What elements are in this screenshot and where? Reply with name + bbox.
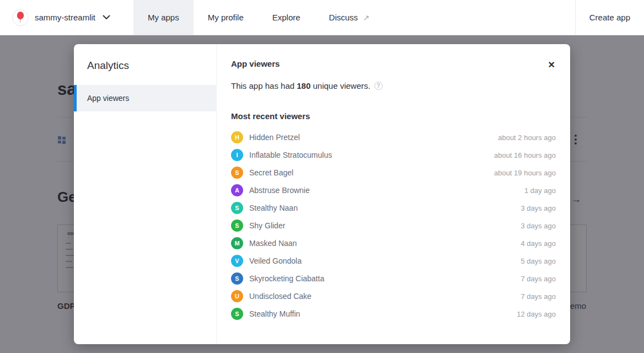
- viewer-name: Stealthy Naan: [249, 204, 298, 212]
- viewer-name: Shy Glider: [249, 221, 285, 230]
- viewer-timestamp: about 2 hours ago: [498, 133, 556, 142]
- avatar: V: [231, 255, 243, 267]
- avatar: S: [231, 220, 243, 232]
- viewer-name: Skyrocketing Ciabatta: [249, 274, 324, 283]
- viewer-timestamp: 4 days ago: [520, 239, 556, 248]
- chevron-down-icon: [103, 15, 110, 20]
- avatar: S: [231, 167, 243, 179]
- account-menu[interactable]: sammy-streamlit: [0, 0, 121, 35]
- viewer-row: S Stealthy Naan 3 days ago: [231, 199, 556, 217]
- viewer-name: Stealthy Muffin: [249, 309, 300, 318]
- avatar: I: [231, 149, 243, 161]
- close-icon[interactable]: ✕: [548, 61, 555, 69]
- avatar: M: [231, 237, 243, 249]
- app-viewers-panel: App viewers ✕ This app has had 180 uniqu…: [217, 44, 570, 344]
- viewer-row: H Hidden Pretzel about 2 hours ago: [231, 129, 556, 146]
- avatar: S: [231, 202, 243, 214]
- avatar: U: [231, 290, 243, 302]
- tab-label: Discuss: [329, 13, 358, 22]
- tab-discuss[interactable]: Discuss ↗: [315, 0, 384, 35]
- viewer-timestamp: 7 days ago: [520, 292, 556, 301]
- viewer-row: S Skyrocketing Ciabatta 7 days ago: [231, 270, 556, 287]
- viewer-timestamp: 12 days ago: [517, 310, 556, 318]
- viewer-timestamp: 3 days ago: [520, 222, 556, 230]
- viewer-timestamp: 1 day ago: [524, 186, 556, 195]
- streamlit-balloon-logo: [12, 9, 29, 26]
- unique-viewers-summary: This app has had 180 unique viewers. ?: [231, 81, 556, 90]
- sidebar-item-app-viewers[interactable]: App viewers: [74, 85, 216, 111]
- viewer-row: S Stealthy Muffin 12 days ago: [231, 305, 556, 323]
- nav-tabs: My apps My profile Explore Discuss ↗: [133, 0, 384, 35]
- viewer-name: Inflatable Stratocumulus: [249, 151, 332, 159]
- avatar: S: [231, 272, 243, 285]
- tab-my-apps[interactable]: My apps: [133, 0, 194, 35]
- viewer-row: M Masked Naan 4 days ago: [231, 234, 556, 252]
- viewer-timestamp: about 19 hours ago: [494, 169, 556, 177]
- viewer-row: V Veiled Gondola 5 days ago: [231, 252, 556, 270]
- viewer-timestamp: 3 days ago: [520, 204, 556, 212]
- viewer-row: S Shy Glider 3 days ago: [231, 217, 556, 234]
- analytics-sidebar: Analytics App viewers: [74, 44, 217, 344]
- avatar: S: [231, 308, 243, 320]
- viewer-name: Undisclosed Cake: [249, 292, 312, 301]
- balloon-icon: [16, 12, 25, 23]
- external-link-icon: ↗: [363, 13, 369, 22]
- analytics-modal: Analytics App viewers App viewers ✕ This…: [74, 44, 570, 344]
- viewer-timestamp: 7 days ago: [520, 275, 556, 283]
- viewer-name: Veiled Gondola: [249, 256, 302, 265]
- unique-viewer-count: 180: [297, 81, 310, 90]
- analytics-sidebar-title: Analytics: [87, 60, 216, 72]
- tab-explore[interactable]: Explore: [258, 0, 315, 35]
- tab-label: My profile: [208, 13, 244, 22]
- viewer-row: U Undisclosed Cake 7 days ago: [231, 287, 556, 305]
- summary-suffix: unique viewers.: [310, 81, 370, 90]
- avatar: H: [231, 131, 243, 143]
- avatar: A: [231, 184, 243, 196]
- viewer-timestamp: 5 days ago: [520, 257, 556, 265]
- viewer-name: Abstruse Brownie: [249, 186, 310, 195]
- modal-title: App viewers: [231, 59, 556, 68]
- viewer-row: I Inflatable Stratocumulus about 16 hour…: [231, 146, 556, 164]
- viewer-row: S Secret Bagel about 19 hours ago: [231, 164, 556, 181]
- help-icon[interactable]: ?: [374, 82, 383, 90]
- tab-my-profile[interactable]: My profile: [194, 0, 258, 35]
- account-name: sammy-streamlit: [35, 13, 95, 22]
- top-nav: sammy-streamlit My apps My profile Explo…: [0, 0, 644, 35]
- recent-viewers-title: Most recent viewers: [231, 111, 556, 121]
- viewer-row: A Abstruse Brownie 1 day ago: [231, 181, 556, 199]
- viewer-name: Secret Bagel: [249, 168, 293, 177]
- viewer-list: H Hidden Pretzel about 2 hours ago I Inf…: [231, 129, 556, 323]
- tab-label: Explore: [272, 13, 300, 22]
- viewer-name: Hidden Pretzel: [249, 133, 300, 142]
- create-app-button[interactable]: Create app: [575, 0, 644, 35]
- summary-prefix: This app has had: [231, 81, 297, 90]
- viewer-name: Masked Naan: [249, 239, 297, 248]
- tab-label: My apps: [148, 13, 179, 22]
- viewer-timestamp: about 16 hours ago: [494, 151, 556, 159]
